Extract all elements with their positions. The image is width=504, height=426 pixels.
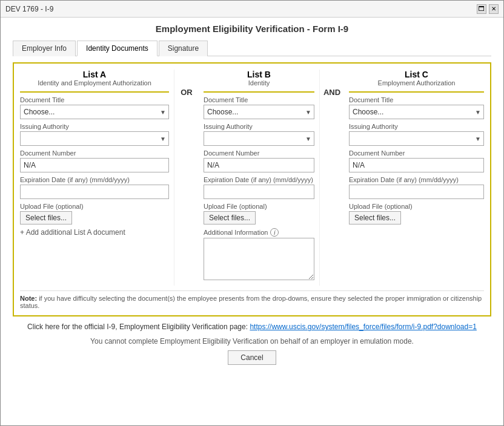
list-a-doc-title-label: Document Title xyxy=(20,96,169,103)
list-b-subtitle: Identity xyxy=(204,79,314,87)
list-c-expiry-group: Expiration Date (if any) (mm/dd/yyyy) xyxy=(349,176,484,199)
footer-link-container: Click here for the official I-9, Employm… xyxy=(13,323,491,331)
list-a-doc-number-label: Document Number xyxy=(20,149,169,157)
note-text: if you have difficulty selecting the doc… xyxy=(20,295,482,309)
official-form-link[interactable]: https://www.uscis.gov/system/files_force… xyxy=(250,323,477,331)
additional-info-icon: i xyxy=(270,228,279,237)
list-c-issuing-label: Issuing Authority xyxy=(349,123,484,130)
window-title: DEV 1769 - I-9 xyxy=(5,5,53,13)
list-a-doc-title-select[interactable]: Choose... xyxy=(20,105,169,119)
list-b-issuing-select[interactable] xyxy=(204,131,314,146)
list-b-doc-title-select[interactable]: Choose... xyxy=(204,105,314,119)
and-separator: AND xyxy=(320,70,344,286)
list-a-doc-title-wrapper: Choose... ▼ xyxy=(20,105,169,119)
add-additional-link[interactable]: + Add additional List A document xyxy=(20,228,169,237)
list-b-additional-group: Additional Information i xyxy=(204,228,314,282)
list-c-doc-title-group: Document Title Choose... ▼ xyxy=(349,96,484,119)
list-a-title: List A xyxy=(20,70,169,79)
list-c-subtitle: Employment Authorization xyxy=(349,79,484,87)
close-button[interactable]: ✕ xyxy=(489,4,499,14)
list-b-doc-number-group: Document Number xyxy=(204,149,314,172)
list-c-issuing-select[interactable] xyxy=(349,131,484,146)
list-b-issuing-label: Issuing Authority xyxy=(204,123,314,130)
tab-employer-info[interactable]: Employer Info xyxy=(13,41,76,56)
list-a-select-files-button[interactable]: Select files... xyxy=(20,211,72,224)
list-headers: List A Identity and Employment Authoriza… xyxy=(20,70,484,286)
list-c-title: List C xyxy=(349,70,484,79)
list-c-upload-group: Upload File (optional) Select files... xyxy=(349,203,484,224)
list-b-additional-textarea[interactable] xyxy=(204,238,314,280)
tab-bar: Employer Info Identity Documents Signatu… xyxy=(13,40,491,56)
list-a-issuing-label: Issuing Authority xyxy=(20,123,169,130)
form-title: Employment Eligibility Verification - Fo… xyxy=(13,24,491,34)
list-c-upload-label: Upload File (optional) xyxy=(349,203,484,210)
list-b-doc-title-group: Document Title Choose... ▼ xyxy=(204,96,314,119)
list-c-select-files-button[interactable]: Select files... xyxy=(349,211,401,224)
window-content: Employment Eligibility Verification - Fo… xyxy=(1,18,503,425)
window-controls: 🗖 ✕ xyxy=(477,4,499,14)
list-a-doc-number-input[interactable] xyxy=(20,158,169,172)
list-b-expiry-label: Expiration Date (if any) (mm/dd/yyyy) xyxy=(204,176,314,183)
list-c-doc-title-select[interactable]: Choose... xyxy=(349,105,484,119)
list-b-issuing-wrapper: ▼ xyxy=(204,131,314,146)
list-c-doc-number-input[interactable] xyxy=(349,158,484,172)
list-c-expiry-label: Expiration Date (if any) (mm/dd/yyyy) xyxy=(349,176,484,183)
list-c-issuing-wrapper: ▼ xyxy=(349,131,484,146)
main-window: DEV 1769 - I-9 🗖 ✕ Employment Eligibilit… xyxy=(0,0,504,426)
list-b-title: List B xyxy=(204,70,314,79)
list-c-doc-number-label: Document Number xyxy=(349,149,484,157)
list-a-doc-number-group: Document Number xyxy=(20,149,169,172)
minimize-button[interactable]: 🗖 xyxy=(477,4,486,14)
list-b-upload-label: Upload File (optional) xyxy=(204,203,314,210)
list-b-doc-number-input[interactable] xyxy=(204,158,314,172)
list-b-expiry-group: Expiration Date (if any) (mm/dd/yyyy) xyxy=(204,176,314,199)
list-c-doc-title-wrapper: Choose... ▼ xyxy=(349,105,484,119)
list-a-issuing-group: Issuing Authority ▼ xyxy=(20,123,169,146)
list-b-doc-title-label: Document Title xyxy=(204,96,314,103)
list-b-doc-title-wrapper: Choose... ▼ xyxy=(204,105,314,119)
list-a-issuing-select[interactable] xyxy=(20,131,169,146)
list-c-issuing-group: Issuing Authority ▼ xyxy=(349,123,484,146)
list-a-upload-label: Upload File (optional) xyxy=(20,203,169,210)
list-a-doc-title-group: Document Title Choose... ▼ xyxy=(20,96,169,119)
list-b-expiry-input[interactable] xyxy=(204,185,314,199)
list-b-select-files-button[interactable]: Select files... xyxy=(204,211,256,224)
note-prefix: Note: xyxy=(20,295,37,302)
list-a-upload-group: Upload File (optional) Select files... xyxy=(20,203,169,224)
list-c-doc-title-label: Document Title xyxy=(349,96,484,103)
list-c-doc-number-group: Document Number xyxy=(349,149,484,172)
list-b-upload-group: Upload File (optional) Select files... xyxy=(204,203,314,224)
or-separator: OR xyxy=(174,70,199,286)
list-c-expiry-input[interactable] xyxy=(349,185,484,199)
list-b-issuing-group: Issuing Authority ▼ xyxy=(204,123,314,146)
title-bar: DEV 1769 - I-9 🗖 ✕ xyxy=(1,1,503,18)
form-panel: List A Identity and Employment Authoriza… xyxy=(13,62,491,316)
list-a-expiry-input[interactable] xyxy=(20,185,169,199)
list-b-column: List B Identity Document Title Choose...… xyxy=(199,70,320,286)
list-a-expiry-group: Expiration Date (if any) (mm/dd/yyyy) xyxy=(20,176,169,199)
list-b-additional-label: Additional Information i xyxy=(204,228,314,237)
list-a-issuing-wrapper: ▼ xyxy=(20,131,169,146)
list-a-subtitle: Identity and Employment Authorization xyxy=(20,79,169,87)
cancel-button[interactable]: Cancel xyxy=(228,350,276,365)
emulation-note: You cannot complete Employment Eligibili… xyxy=(13,337,491,346)
list-a-header: List A Identity and Employment Authoriza… xyxy=(20,70,174,286)
tab-signature[interactable]: Signature xyxy=(159,41,208,56)
note-box: Note: if you have difficulty selecting t… xyxy=(20,290,484,309)
list-a-expiry-label: Expiration Date (if any) (mm/dd/yyyy) xyxy=(20,176,169,183)
tab-identity-documents[interactable]: Identity Documents xyxy=(77,41,158,56)
list-b-doc-number-label: Document Number xyxy=(204,149,314,157)
list-c-column: List C Employment Authorization Document… xyxy=(344,70,484,286)
